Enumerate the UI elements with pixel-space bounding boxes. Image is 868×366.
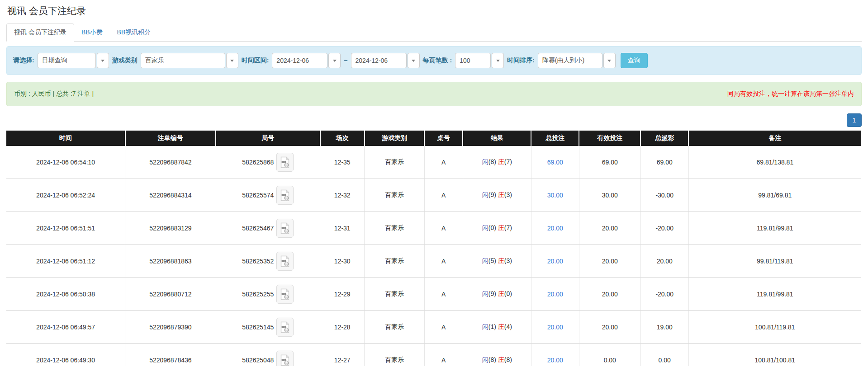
date-range-tilde: ~ [344, 57, 347, 64]
chevron-down-icon[interactable] [492, 53, 504, 68]
total-bet-link[interactable]: 20.00 [547, 357, 563, 364]
cell-session: 12-28 [320, 311, 365, 344]
cell-round-id: 582625048 [216, 344, 320, 366]
total-bet-link[interactable]: 20.00 [547, 324, 563, 331]
video-file-icon [280, 288, 290, 300]
video-replay-button[interactable] [276, 285, 294, 304]
result-player-value: (5) [489, 257, 496, 264]
result-banker-value: (7) [504, 224, 512, 231]
cell-remark: 119.81/99.81 [688, 212, 861, 245]
sort-order-select[interactable]: 降幂(由大到小) [538, 53, 616, 68]
query-type-select[interactable]: 日期查询 [38, 53, 109, 68]
total-bet-link[interactable]: 69.00 [547, 159, 563, 166]
result-player-value: (8) [489, 356, 496, 363]
search-button[interactable]: 查询 [621, 53, 648, 68]
cell-session: 12-32 [320, 179, 365, 212]
total-bet-link[interactable]: 20.00 [547, 258, 563, 265]
game-type-label: 游戏类别 [112, 56, 138, 65]
cell-payout: 69.00 [640, 146, 688, 179]
chevron-down-icon[interactable] [603, 53, 616, 68]
game-type-select[interactable]: 百家乐 [141, 53, 238, 68]
page-1-button[interactable]: 1 [847, 113, 862, 127]
cell-table-no: A [424, 278, 463, 311]
tab-bb-tips[interactable]: BB小费 [74, 24, 110, 41]
table-header-row: 时间 注单编号 局号 场次 游戏类别 桌号 结果 总投注 有效投注 总派彩 备注 [6, 131, 861, 146]
result-banker-value: (0) [504, 290, 512, 297]
cell-bet-id: 522096880712 [125, 278, 216, 311]
date-to-select[interactable]: 2024-12-06 [351, 53, 420, 68]
round-id-value: 582625048 [242, 357, 274, 364]
cell-result: 闲(5) 庄(3) [463, 245, 531, 278]
result-player-value: (1) [489, 323, 496, 330]
cell-result: 闲(1) 庄(4) [463, 311, 531, 344]
cell-game-type: 百家乐 [365, 344, 424, 366]
cell-time: 2024-12-06 06:50:38 [6, 278, 125, 311]
cell-round-id: 582625868 [216, 146, 320, 179]
cell-session: 12-29 [320, 278, 365, 311]
cell-game-type: 百家乐 [365, 212, 424, 245]
cell-game-type: 百家乐 [365, 179, 424, 212]
cell-result: 闲(8) 庄(7) [463, 146, 531, 179]
cell-valid-bet: 0.00 [579, 344, 640, 366]
video-replay-button[interactable] [276, 351, 294, 366]
header-session: 场次 [320, 131, 365, 146]
cell-valid-bet: 30.00 [579, 179, 640, 212]
round-id-value: 582625352 [242, 258, 274, 265]
video-replay-button[interactable] [276, 219, 294, 238]
header-result: 结果 [463, 131, 531, 146]
table-row: 2024-12-06 06:49:30522096878436582625048… [6, 344, 861, 366]
currency-total-text: 币别 : 人民币 | 总共 :7 注单 | [14, 90, 94, 98]
result-banker-label: 庄 [498, 356, 504, 363]
result-player-value: (9) [489, 290, 496, 297]
cell-bet-id: 522096884314 [125, 179, 216, 212]
chevron-down-icon[interactable] [408, 53, 420, 68]
cell-time: 2024-12-06 06:51:51 [6, 212, 125, 245]
cell-payout: -30.00 [640, 179, 688, 212]
result-banker-label: 庄 [498, 257, 504, 264]
header-round-id: 局号 [216, 131, 320, 146]
page-size-select[interactable]: 100 [455, 53, 504, 68]
cell-payout: 0.00 [640, 344, 688, 366]
cell-total-bet: 20.00 [531, 311, 579, 344]
page-size-value: 100 [455, 53, 491, 68]
tab-bb-video-points[interactable]: BB视讯积分 [110, 24, 158, 41]
total-bet-link[interactable]: 20.00 [547, 291, 563, 298]
cell-remark: 99.81/119.81 [688, 245, 861, 278]
result-player-label: 闲 [482, 224, 489, 231]
cell-total-bet: 20.00 [531, 245, 579, 278]
total-bet-link[interactable]: 30.00 [547, 192, 563, 199]
video-replay-button[interactable] [276, 186, 294, 205]
cell-time: 2024-12-06 06:54:10 [6, 146, 125, 179]
chevron-down-icon[interactable] [328, 53, 341, 68]
filter-bar: 请选择: 日期查询 游戏类别 百家乐 时间区间: 2024-12-06 ~ 20… [6, 46, 862, 75]
cell-time: 2024-12-06 06:49:57 [6, 311, 125, 344]
chevron-down-icon[interactable] [226, 53, 238, 68]
tab-betting-records[interactable]: 视讯 会员下注纪录 [6, 23, 74, 42]
table-row: 2024-12-06 06:51:51522096883129582625467… [6, 212, 861, 245]
header-valid-bet: 有效投注 [579, 131, 640, 146]
video-replay-button[interactable] [276, 153, 294, 172]
cell-table-no: A [424, 344, 463, 366]
video-replay-button[interactable] [276, 318, 294, 337]
round-id-value: 582625467 [242, 225, 274, 232]
result-player-label: 闲 [482, 290, 489, 297]
chevron-down-icon[interactable] [97, 53, 109, 68]
date-from-select[interactable]: 2024-12-06 [272, 53, 341, 68]
result-player-value: (0) [489, 224, 496, 231]
query-type-label: 请选择: [13, 56, 34, 65]
result-player-label: 闲 [482, 158, 489, 165]
cell-total-bet: 20.00 [531, 212, 579, 245]
round-id-value: 582625145 [242, 324, 274, 331]
date-from-value: 2024-12-06 [272, 53, 327, 68]
header-payout: 总派彩 [640, 131, 688, 146]
total-bet-link[interactable]: 20.00 [547, 225, 563, 232]
cell-round-id: 582625467 [216, 212, 320, 245]
video-replay-button[interactable] [276, 252, 294, 271]
video-file-icon [280, 156, 290, 169]
result-player-label: 闲 [482, 191, 489, 198]
result-banker-label: 庄 [498, 158, 504, 165]
cell-time: 2024-12-06 06:52:24 [6, 179, 125, 212]
result-banker-label: 庄 [498, 290, 504, 297]
query-type-value: 日期查询 [38, 53, 96, 68]
video-file-icon [280, 222, 290, 235]
